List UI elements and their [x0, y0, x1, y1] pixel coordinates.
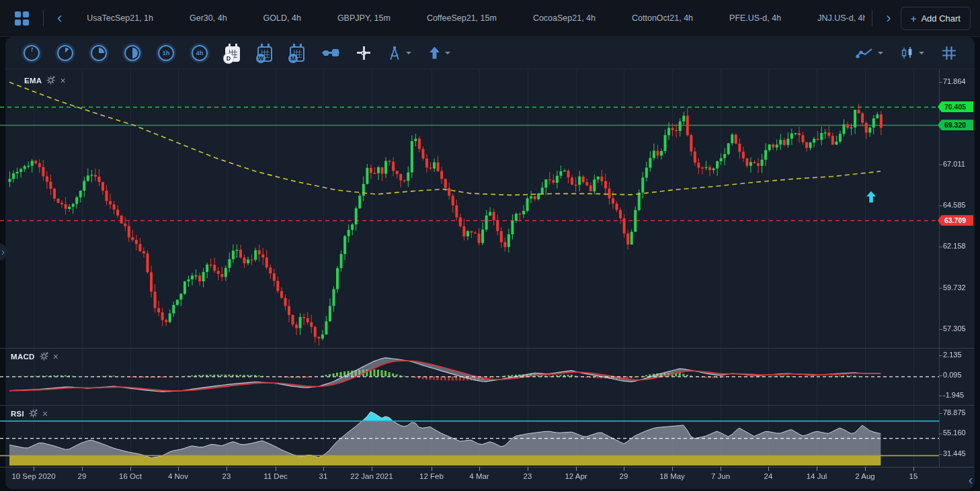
circle-1h-icon: 1h	[158, 45, 174, 61]
rsi-close-icon[interactable]: ×	[42, 410, 48, 417]
macd-settings-gear-icon[interactable]	[40, 352, 48, 361]
arrow-up-icon	[429, 46, 440, 59]
tab-pfe-us-d[interactable]: PFE.US-d, 4h	[711, 0, 799, 37]
macd-label: MACD	[11, 353, 35, 361]
tab-label: PFE.US-d, 4h	[729, 13, 781, 23]
chart-type-button[interactable]	[892, 40, 933, 66]
layout-grid-button[interactable]	[7, 5, 36, 32]
ema-label: EMA	[24, 77, 42, 85]
crosshair-button[interactable]	[348, 40, 379, 66]
ema-close-icon[interactable]: ×	[60, 77, 65, 84]
bottom-right-collapse-button[interactable]: ‹	[963, 470, 979, 490]
clock-30m-icon	[124, 45, 140, 61]
tab-gold[interactable]: GOLD, 4h	[245, 0, 319, 37]
tab-label: Ger30, 4h	[190, 13, 227, 23]
tab-label: CocoaSep21, 4h	[533, 13, 596, 23]
add-chart-button[interactable]: + Add Chart	[901, 7, 971, 30]
tab-usatecsep21[interactable]: UsaTecSep21, 1h	[69, 0, 171, 37]
macd-indicator-legend: MACD ×	[11, 352, 58, 361]
circle-4h-icon: 4h	[192, 45, 208, 61]
tab-label: UsaTecSep21, 1h	[87, 13, 153, 23]
timeframe-15m-button[interactable]	[82, 40, 116, 66]
tab-label: GOLD, 4h	[263, 13, 301, 23]
timeframe-4h-button[interactable]: 4h	[183, 40, 216, 66]
tabs-scroll-left-button[interactable]: ‹	[50, 8, 69, 28]
link-icon	[322, 49, 339, 57]
clock-1m-icon	[24, 45, 40, 61]
indicators-button[interactable]	[847, 40, 892, 66]
ema-settings-gear-icon[interactable]	[46, 76, 55, 85]
tabs-scroll-right-button[interactable]: ›	[879, 8, 897, 28]
chevron-down-icon	[406, 52, 411, 57]
timeframe-1h-button[interactable]: 1h	[149, 40, 183, 66]
tab-ger30[interactable]: Ger30, 4h	[171, 0, 245, 37]
grid-icon	[942, 46, 956, 60]
rsi-indicator-legend: RSI ×	[11, 409, 48, 418]
rsi-label: RSI	[11, 410, 24, 418]
clock-5m-icon	[57, 45, 73, 61]
chart-toolbar: 1h 4h D W M	[5, 37, 975, 69]
divider	[43, 10, 44, 26]
tab-label: GBPJPY, 15m	[337, 13, 391, 23]
tab-jnj-us-d[interactable]: JNJ.US-d, 4h	[799, 0, 865, 37]
ema-indicator-legend: EMA ×	[24, 76, 66, 85]
tab-gbpjpy[interactable]: GBPJPY, 15m	[319, 0, 409, 37]
tab-coffeesep21[interactable]: CoffeeSep21, 15m	[409, 0, 515, 37]
tab-label: CottonOct21, 4h	[632, 13, 693, 23]
timeframe-1d-button[interactable]: D	[216, 40, 249, 66]
candlestick-icon	[901, 46, 914, 60]
price-chart-canvas[interactable]	[0, 0, 980, 491]
tab-label: CoffeeSep21, 15m	[427, 13, 497, 23]
chevron-down-icon	[919, 52, 924, 57]
divider	[872, 10, 872, 26]
tab-cottonoct21[interactable]: CottonOct21, 4h	[614, 0, 711, 37]
rsi-settings-gear-icon[interactable]	[29, 409, 38, 418]
grid-squares-icon	[15, 11, 29, 26]
macd-close-icon[interactable]: ×	[53, 353, 58, 360]
add-chart-label: Add Chart	[921, 13, 961, 24]
chart-tabs: UsaTecSep21, 1hGer30, 4hGOLD, 4hGBPJPY, …	[69, 0, 865, 37]
plus-icon: +	[911, 13, 917, 24]
timeframe-5m-button[interactable]	[48, 40, 82, 66]
trade-arrow-button[interactable]	[420, 40, 459, 66]
drawing-tools-button[interactable]	[379, 40, 420, 66]
crosshair-icon	[357, 46, 370, 60]
calendar-month-icon: M	[290, 46, 304, 62]
calendar-week-icon: W	[257, 46, 272, 62]
chevron-down-icon	[878, 52, 883, 57]
timeframe-1m-button[interactable]	[15, 40, 48, 66]
link-charts-button[interactable]	[313, 40, 348, 66]
trading-app-window: ‹ UsaTecSep21, 1hGer30, 4hGOLD, 4hGBPJPY…	[0, 0, 980, 491]
chevron-down-icon	[445, 52, 450, 57]
timeframe-1w-button[interactable]: W	[249, 40, 281, 66]
line-indicator-icon	[856, 47, 873, 59]
tab-cocoasep21[interactable]: CocoaSep21, 4h	[515, 0, 614, 37]
tab-label: JNJ.US-d, 4h	[817, 13, 865, 23]
clock-15m-icon	[91, 45, 107, 61]
grid-layout-button[interactable]	[933, 40, 965, 66]
tab-bar: ‹ UsaTecSep21, 1hGer30, 4hGOLD, 4hGBPJPY…	[0, 0, 980, 37]
timeframe-30m-button[interactable]	[116, 40, 149, 66]
calendar-day-icon: D	[225, 46, 240, 62]
timeframe-1mo-button[interactable]: M	[281, 40, 313, 66]
compass-icon	[388, 46, 401, 60]
